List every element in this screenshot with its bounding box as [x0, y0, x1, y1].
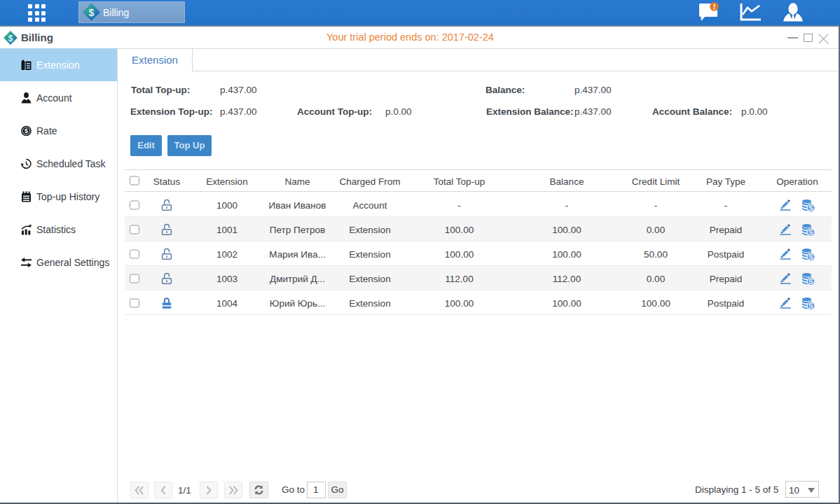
- svg-text:S: S: [808, 227, 813, 236]
- svg-text:$: $: [8, 34, 13, 43]
- svg-text:S: S: [808, 203, 813, 211]
- svg-text:S: S: [808, 276, 813, 285]
- svg-text:S: S: [808, 252, 813, 260]
- svg-text:$: $: [25, 127, 28, 134]
- svg-text:S: S: [808, 301, 813, 309]
- svg-text:$: $: [89, 7, 95, 18]
